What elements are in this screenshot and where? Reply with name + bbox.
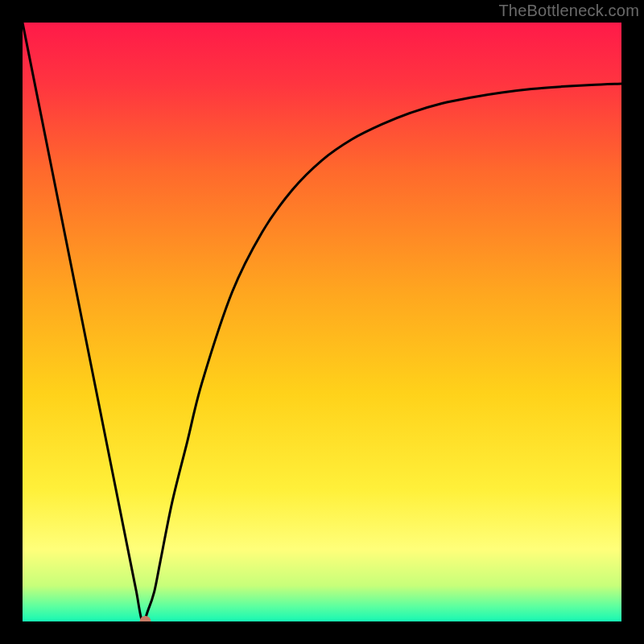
chart-stage: TheBottleneck.com (0, 0, 644, 644)
chart-background (23, 23, 621, 621)
plot-area (23, 23, 621, 621)
attribution-text: TheBottleneck.com (498, 2, 639, 20)
chart-svg (23, 23, 621, 621)
